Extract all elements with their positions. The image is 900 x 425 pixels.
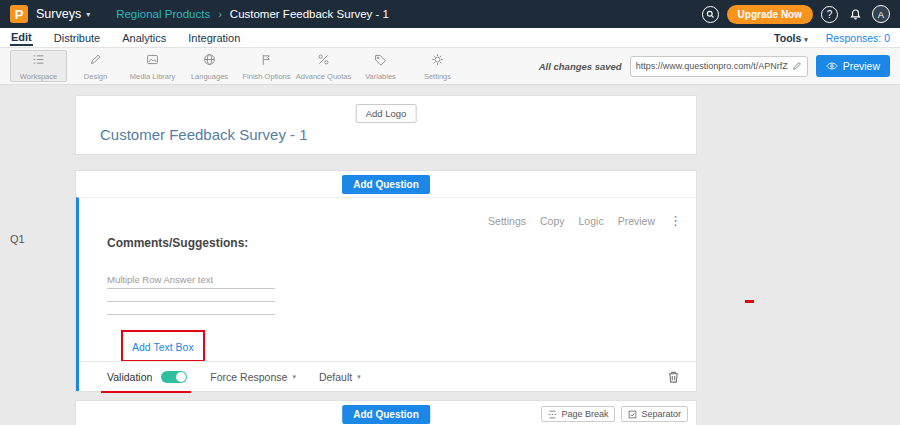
answer-row-1[interactable]: Multiple Row Answer text — [107, 274, 275, 289]
tab-distribute[interactable]: Distribute — [53, 30, 101, 45]
toolbar-item-finish-options[interactable]: Finish Options — [238, 50, 295, 82]
toolbar-item-label: Design — [84, 72, 107, 81]
avatar[interactable]: A — [872, 5, 890, 23]
editor-toolbar: Workspace Design Media Library Languages… — [0, 48, 900, 85]
preview-label: Preview — [843, 60, 880, 72]
kebab-menu-icon[interactable]: ⋮ — [669, 213, 682, 228]
separator-button[interactable]: Separator — [621, 406, 688, 422]
toolbar-item-label: Advance Quotas — [296, 72, 351, 81]
surveys-menu[interactable]: Surveys ▾ — [36, 7, 90, 21]
force-response-dropdown[interactable]: Force Response ▾ — [210, 371, 296, 383]
notifications-bell-icon[interactable] — [846, 5, 864, 23]
tab-integration[interactable]: Integration — [187, 30, 241, 45]
variables-icon — [374, 52, 387, 70]
help-icon[interactable]: ? — [821, 6, 838, 23]
upgrade-button[interactable]: Upgrade Now — [727, 5, 813, 24]
tab-analytics[interactable]: Analytics — [121, 30, 167, 45]
validation-toggle[interactable] — [161, 371, 187, 383]
page-break-icon — [548, 410, 557, 419]
survey-header-card: Add Logo Customer Feedback Survey - 1 — [75, 95, 697, 155]
question-logic-link[interactable]: Logic — [579, 215, 604, 227]
question-number: Q1 — [10, 233, 25, 245]
toolbar-item-settings[interactable]: Settings — [409, 50, 466, 82]
page-break-button[interactable]: Page Break — [541, 406, 615, 422]
topbar-actions: Upgrade Now ? A — [702, 5, 890, 24]
workspace-icon — [32, 52, 45, 70]
separator-label: Separator — [641, 409, 681, 419]
toolbar-item-workspace[interactable]: Workspace — [10, 50, 67, 82]
languages-icon — [203, 52, 216, 70]
toolbar-right: All changes saved Preview — [539, 55, 890, 77]
answer-row-3[interactable] — [107, 302, 275, 315]
survey-url-input[interactable] — [636, 61, 792, 71]
chevron-down-icon: ▾ — [357, 373, 361, 381]
bottom-add-question-strip: Add Question Page Break Separator — [75, 400, 697, 425]
tools-label: Tools — [774, 32, 801, 44]
question-copy-link[interactable]: Copy — [540, 215, 565, 227]
surveys-menu-label: Surveys — [36, 7, 81, 21]
advance-quotas-icon — [317, 52, 330, 70]
answer-area: Multiple Row Answer text — [107, 274, 275, 315]
breadcrumb-separator-icon: › — [218, 8, 222, 20]
survey-canvas: Q1 Add Logo Customer Feedback Survey - 1… — [0, 85, 900, 425]
separator-checkbox-icon — [628, 410, 637, 419]
toolbar-item-label: Languages — [191, 72, 228, 81]
nav-right: Tools ▾ Responses: 0 — [774, 32, 890, 44]
search-icon[interactable] — [702, 6, 719, 23]
add-text-box-annotation: Add Text Box — [121, 330, 205, 362]
app-root: P Surveys ▾ Regional Products › Customer… — [0, 0, 900, 425]
red-dash-annotation — [745, 300, 754, 303]
toolbar-item-design[interactable]: Design — [67, 50, 124, 82]
edit-url-pencil-icon[interactable] — [792, 57, 802, 75]
section-nav: Edit Distribute Analytics Integration To… — [0, 28, 900, 48]
question-card: Add Question Settings Copy Logic Preview… — [75, 170, 697, 392]
toolbar-item-label: Media Library — [130, 72, 175, 81]
default-dropdown[interactable]: Default ▾ — [319, 371, 361, 383]
breadcrumb: Regional Products › Customer Feedback Su… — [116, 8, 389, 20]
breadcrumb-parent[interactable]: Regional Products — [116, 8, 210, 20]
toolbar-item-label: Variables — [365, 72, 396, 81]
toolbar-item-label: Finish Options — [243, 72, 291, 81]
question-footer: Validation Force Response ▾ Default ▾ — [79, 361, 696, 391]
tools-menu[interactable]: Tools ▾ — [774, 32, 808, 44]
question-preview-link[interactable]: Preview — [618, 215, 655, 227]
toggle-knob — [176, 372, 186, 382]
toolbar-item-label: Workspace — [20, 72, 57, 81]
questionpro-logo[interactable]: P — [10, 5, 28, 23]
survey-title[interactable]: Customer Feedback Survey - 1 — [100, 126, 308, 143]
add-text-box-link[interactable]: Add Text Box — [132, 341, 194, 353]
answer-row-2[interactable] — [107, 289, 275, 302]
toolbar-item-languages[interactable]: Languages — [181, 50, 238, 82]
question-settings-link[interactable]: Settings — [488, 215, 526, 227]
toolbar-item-advance-quotas[interactable]: Advance Quotas — [295, 50, 352, 82]
breadcrumb-current: Customer Feedback Survey - 1 — [230, 8, 389, 20]
question-block: Settings Copy Logic Preview ⋮ Comments/S… — [76, 197, 696, 391]
force-response-label: Force Response — [210, 371, 287, 383]
tab-edit[interactable]: Edit — [10, 29, 33, 46]
question-menu: Settings Copy Logic Preview ⋮ — [488, 213, 682, 228]
validation-label: Validation — [107, 371, 152, 383]
add-question-button-bottom[interactable]: Add Question — [342, 405, 430, 424]
toolbar-item-media-library[interactable]: Media Library — [124, 50, 181, 82]
question-text[interactable]: Comments/Suggestions: — [107, 236, 248, 250]
eye-icon — [826, 61, 838, 71]
add-logo-button[interactable]: Add Logo — [356, 104, 417, 123]
page-break-label: Page Break — [561, 409, 608, 419]
responses-count[interactable]: Responses: 0 — [826, 32, 890, 44]
media-library-icon — [146, 52, 159, 70]
add-question-button-top[interactable]: Add Question — [342, 175, 430, 194]
topbar: P Surveys ▾ Regional Products › Customer… — [0, 0, 900, 28]
layout-controls: Page Break Separator — [541, 406, 688, 422]
design-icon — [89, 52, 102, 70]
default-label: Default — [319, 371, 352, 383]
add-question-row: Add Question — [76, 171, 696, 197]
preview-button[interactable]: Preview — [816, 55, 890, 77]
validation-annotation-underline — [101, 391, 191, 393]
toolbar-item-label: Settings — [424, 72, 451, 81]
chevron-down-icon: ▾ — [292, 373, 296, 381]
toolbar-item-variables[interactable]: Variables — [352, 50, 409, 82]
finish-options-icon — [260, 52, 273, 70]
settings-gear-icon — [431, 52, 444, 70]
delete-question-trash-icon[interactable] — [667, 370, 680, 384]
survey-url-box — [630, 56, 808, 77]
